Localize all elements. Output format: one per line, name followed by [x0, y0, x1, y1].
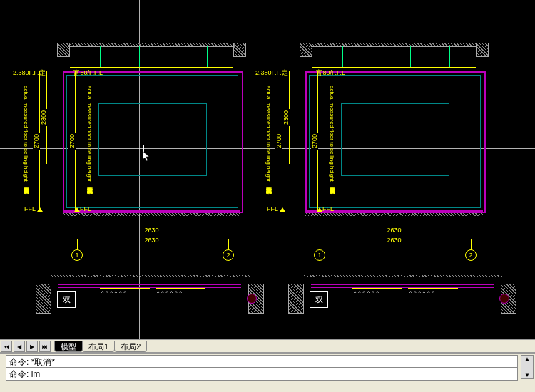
dim-horizontal: 2630	[314, 227, 474, 237]
section-label: 双	[310, 291, 328, 308]
dim-vertical: 2300	[41, 71, 51, 164]
command-history: 命令: *取消*	[6, 355, 518, 368]
grid-bubble-2: 2	[223, 249, 234, 261]
section-wall	[288, 284, 304, 314]
note-vertical: actual measured floor to ceiling height …	[264, 86, 272, 200]
diffuser: ^^^^^^	[100, 288, 150, 296]
dim-horizontal: 2630	[71, 227, 232, 237]
inner-panel	[341, 103, 449, 176]
hanger	[168, 46, 168, 67]
hanger	[342, 46, 343, 67]
level-marker: 2.380F.F.定	[255, 68, 288, 78]
note-vertical: actual measured floor to ceiling height …	[327, 86, 335, 200]
section-dot	[499, 294, 509, 304]
level-marker: 2.380F.F.定	[13, 68, 46, 78]
layout-tab-bar: ⏮ ◀ ▶ ⏭ 模型 布局1 布局2	[0, 339, 535, 353]
diffuser: ^^^^^^	[156, 288, 205, 296]
hanger	[449, 46, 450, 67]
level-ffl: FFL	[24, 205, 43, 212]
command-input[interactable]: 命令: lm	[6, 368, 518, 381]
tab-layout1[interactable]: 布局1	[82, 341, 115, 352]
tab-nav-next[interactable]: ▶	[26, 341, 38, 352]
dim-horizontal: 2630	[314, 237, 474, 247]
hanger	[382, 46, 382, 67]
dim-vertical: 2700	[70, 71, 80, 210]
note-vertical: actual measured floor to ceiling height …	[85, 86, 93, 200]
level-ffl: FFL	[267, 205, 285, 212]
inner-panel	[98, 103, 207, 176]
section-frame	[311, 284, 494, 288]
level-ffl: FFL	[73, 205, 91, 212]
section-left: ^^^^^^ ^^^^^^ 双	[36, 275, 264, 314]
slab-top	[57, 43, 246, 56]
dim-horizontal: 2630	[71, 237, 232, 247]
level-ffl: FFL	[315, 205, 334, 212]
tab-nav-first[interactable]: ⏮	[1, 341, 12, 352]
section-right: ^^^^^^ ^^^^^^ 双	[288, 275, 516, 314]
level-marker: 富80/F.F.L	[73, 68, 103, 78]
section-frame	[58, 284, 241, 288]
tab-nav-prev[interactable]: ◀	[14, 341, 25, 352]
slab-top	[300, 43, 489, 56]
command-scrollbar[interactable]	[521, 355, 534, 379]
command-area: 命令: *取消* 命令: lm	[0, 352, 535, 392]
section-label: 双	[57, 291, 76, 308]
drawing-canvas[interactable]: 2630 2630 1 2 2700 2300 2700 actual meas…	[0, 0, 535, 339]
dim-vertical: 2300	[284, 71, 294, 164]
section-wall	[36, 284, 51, 314]
hanger	[207, 46, 208, 67]
grid-bubble-2: 2	[465, 249, 477, 261]
grid-bubble-1: 1	[71, 249, 83, 261]
hanger	[139, 46, 140, 67]
tab-nav-last[interactable]: ⏭	[39, 341, 51, 352]
section-dot	[247, 294, 257, 304]
note-vertical: actual measured floor to ceiling height …	[21, 86, 29, 200]
section-slab	[302, 275, 502, 277]
grid-bubble-1: 1	[314, 249, 325, 261]
tab-layout2[interactable]: 布局2	[114, 341, 147, 352]
section-slab	[50, 275, 250, 277]
tab-model[interactable]: 模型	[54, 341, 83, 352]
level-marker: 富80/F.F.L	[316, 68, 345, 78]
diffuser: ^^^^^^	[408, 288, 458, 296]
dim-vertical: 2700	[312, 71, 322, 210]
diffuser: ^^^^^^	[352, 288, 402, 296]
hanger	[100, 46, 101, 67]
hanger	[410, 46, 411, 67]
